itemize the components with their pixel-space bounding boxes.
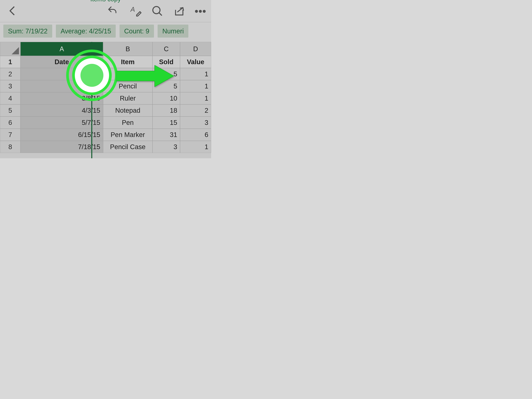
table-row: 1 Date Item Sold Value — [0, 56, 211, 68]
top-toolbar: A — [0, 3, 211, 22]
toolbar-divider — [0, 22, 211, 22]
table-row: 3 2/6/15 Pencil 5 1 — [0, 80, 211, 92]
summary-numeric[interactable]: Numeri — [158, 25, 188, 38]
summary-sum[interactable]: Sum: 7/19/22 — [3, 25, 52, 38]
row-number[interactable]: 4 — [0, 92, 20, 104]
search-icon[interactable] — [151, 5, 164, 17]
table-row: 8 7/18/15 Pencil Case 3 1 — [0, 141, 211, 153]
cell[interactable]: 4/3/15 — [20, 104, 103, 117]
cell[interactable]: Notepad — [103, 104, 152, 117]
spreadsheet-grid[interactable]: A B C D 1 Date Item Sold Value 2 1/3/15 … — [0, 42, 211, 158]
column-header-C[interactable]: C — [152, 42, 180, 56]
cell[interactable]: Date — [20, 56, 103, 68]
cell[interactable]: 15 — [152, 117, 180, 129]
cell[interactable]: Pen Marker — [103, 129, 152, 141]
table-row: 2 1/3/15 Pe 5 1 — [0, 68, 211, 80]
svg-point-4 — [199, 10, 202, 13]
cell[interactable]: Ruler — [103, 92, 152, 104]
cell[interactable]: 5 — [152, 68, 180, 80]
select-all-corner[interactable] — [0, 42, 20, 56]
undo-icon[interactable] — [106, 5, 119, 17]
selection-summary-bar: Sum: 7/19/22 Average: 4/25/15 Count: 9 N… — [0, 25, 211, 40]
draw-icon[interactable]: A — [129, 5, 142, 18]
cell[interactable]: Item — [103, 56, 152, 68]
summary-average[interactable]: Average: 4/25/15 — [56, 25, 116, 38]
more-icon[interactable] — [195, 8, 206, 15]
cell[interactable]: 1 — [180, 92, 211, 104]
cell[interactable]: 3 — [180, 117, 211, 129]
cell[interactable]: 1/3/15 — [20, 68, 103, 80]
cell[interactable]: Value — [180, 56, 211, 68]
row-number[interactable]: 3 — [0, 80, 20, 92]
column-resize-guide[interactable] — [91, 42, 92, 158]
table-row: 5 4/3/15 Notepad 18 2 — [0, 104, 211, 117]
table-row: 4 3/8/15 Ruler 10 1 — [0, 92, 211, 104]
row-number[interactable]: 2 — [0, 68, 20, 80]
cell[interactable]: 3/8/15 — [20, 92, 103, 104]
cell[interactable]: 2/6/15 — [20, 80, 103, 92]
cell[interactable]: 5 — [152, 80, 180, 92]
workbook-title: Items copy — [0, 0, 211, 1]
svg-point-5 — [203, 10, 206, 13]
svg-text:A: A — [130, 6, 135, 13]
cell[interactable]: 2 — [180, 104, 211, 117]
table-row: 6 5/7/15 Pen 15 3 — [0, 117, 211, 129]
cell[interactable]: 5/7/15 — [20, 117, 103, 129]
cell[interactable]: Sold — [152, 56, 180, 68]
cell[interactable]: 7/18/15 — [20, 141, 103, 153]
svg-line-2 — [159, 13, 161, 15]
row-number[interactable]: 6 — [0, 117, 20, 129]
cell[interactable]: Pencil — [103, 80, 152, 92]
row-number[interactable]: 8 — [0, 141, 20, 153]
column-header-B[interactable]: B — [103, 42, 152, 56]
cell[interactable]: 10 — [152, 92, 180, 104]
column-header-D[interactable]: D — [180, 42, 211, 56]
cell[interactable]: Pe — [103, 68, 152, 80]
cell[interactable]: 3 — [152, 141, 180, 153]
svg-point-3 — [195, 10, 198, 13]
cell[interactable]: Pencil Case — [103, 141, 152, 153]
cell[interactable]: 6/15/15 — [20, 129, 103, 141]
cell[interactable]: Pen — [103, 117, 152, 129]
back-icon[interactable] — [7, 5, 18, 17]
cell[interactable]: 1 — [180, 141, 211, 153]
cell[interactable]: 1 — [180, 68, 211, 80]
row-number[interactable]: 5 — [0, 104, 20, 117]
row-number[interactable]: 7 — [0, 129, 20, 141]
share-icon[interactable] — [173, 5, 185, 18]
cell[interactable]: 1 — [180, 80, 211, 92]
summary-count[interactable]: Count: 9 — [120, 25, 154, 38]
table-row: 7 6/15/15 Pen Marker 31 6 — [0, 129, 211, 141]
cell[interactable]: 6 — [180, 129, 211, 141]
column-header-row: A B C D — [0, 42, 211, 56]
cell[interactable]: 18 — [152, 104, 180, 117]
row-number[interactable]: 1 — [0, 56, 20, 68]
cell[interactable]: 31 — [152, 129, 180, 141]
column-header-A[interactable]: A — [20, 42, 103, 56]
